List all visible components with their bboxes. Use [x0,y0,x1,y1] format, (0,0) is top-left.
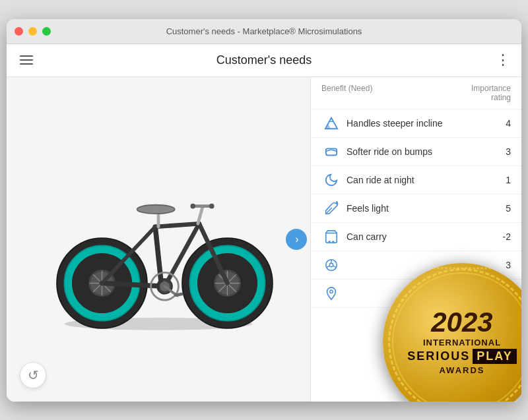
undo-icon: ↺ [28,367,39,383]
svg-point-28 [190,203,195,208]
hamburger-line3 [20,63,33,65]
needs-table-header: Benefit (Need) Importance rating [311,77,521,109]
medal-international: INTERNATIONAL [423,338,501,347]
need-rating-feels-light: 5 [491,203,511,214]
app-header: Customer's needs ⋮ [7,44,521,77]
bike-panel: ↺ [7,77,310,402]
need-rating-night: 1 [491,175,511,185]
need-row-bumps: Softer ride on bumps 3 [311,138,521,166]
more-options-button[interactable]: ⋮ [496,53,511,67]
svg-line-38 [326,208,332,214]
need-label-incline: Handles steeper incline [341,118,491,129]
need-row-light: Feels light 5 [311,195,521,223]
svg-point-29 [209,203,214,208]
need-row-carry: Can carry -2 [311,223,521,251]
medal-content: 2023 INTERNATIONAL SERIOUS PLAY AWARDS [407,309,516,375]
need-rating-carry: -2 [491,231,511,242]
svg-line-45 [327,266,330,267]
titlebar-buttons [15,27,51,36]
medal: ★★★★★★★★★★★★★★★ ★★★★★★★★★★★★★★★ 2023 INT… [383,263,521,402]
svg-point-40 [329,240,331,242]
medal-awards: AWARDS [439,365,484,375]
need-label-bumps: Softer ride on bumps [341,146,491,157]
svg-line-26 [198,208,203,224]
hamburger-line1 [20,55,33,57]
page-title: Customer's needs [216,53,312,67]
window-title: Customer's needs - Marketplace® Microsim… [166,26,362,36]
need-row-night: Can ride at night 1 [311,166,521,195]
app-window: Customer's needs - Marketplace® Microsim… [7,19,521,402]
svg-point-43 [329,263,333,267]
chevron-right-icon: › [295,233,298,245]
need-label-night: Can ride at night [341,175,491,185]
need-label-feels-light: Feels light [341,203,491,214]
benefit-col-header: Benefit (Need) [321,84,451,102]
menu-button[interactable] [17,53,36,67]
maximize-button[interactable] [42,27,51,36]
need-rating-incline: 4 [491,118,511,129]
next-button[interactable]: › [286,229,307,250]
moon-icon [321,173,341,187]
medal-serious: SERIOUS [407,350,470,363]
bike-image [33,140,284,338]
need-label-carry: Can carry [341,231,491,242]
award-badge: ★★★★★★★★★★★★★★★ ★★★★★★★★★★★★★★★ 2023 INT… [383,263,521,402]
svg-line-20 [155,224,199,227]
svg-point-47 [330,289,333,293]
main-content: ↺ Benefit (Need) Importance rating [7,77,521,402]
medal-year: 2023 [431,309,492,336]
mountain-icon [321,116,341,131]
titlebar: Customer's needs - Marketplace® Microsim… [7,19,521,44]
feather-icon [321,201,341,216]
cushion-icon [321,144,341,159]
undo-button[interactable]: ↺ [20,362,46,388]
need-rating-bumps: 3 [491,146,511,157]
svg-point-41 [332,240,334,242]
svg-line-19 [155,227,162,286]
steering-icon [321,258,341,272]
medal-play: PLAY [473,349,516,364]
svg-text:★★★★★★★★★★★★★★★: ★★★★★★★★★★★★★★★ [432,266,492,270]
svg-line-46 [333,266,337,267]
close-button[interactable] [15,27,23,36]
svg-point-25 [137,204,175,213]
misc-icon [321,286,341,301]
need-row-incline: Handles steeper incline 4 [311,109,521,138]
importance-col-header: Importance rating [451,84,511,102]
minimize-button[interactable] [28,27,37,36]
svg-line-18 [102,283,165,286]
cart-icon [321,229,341,244]
hamburger-line2 [20,59,33,61]
